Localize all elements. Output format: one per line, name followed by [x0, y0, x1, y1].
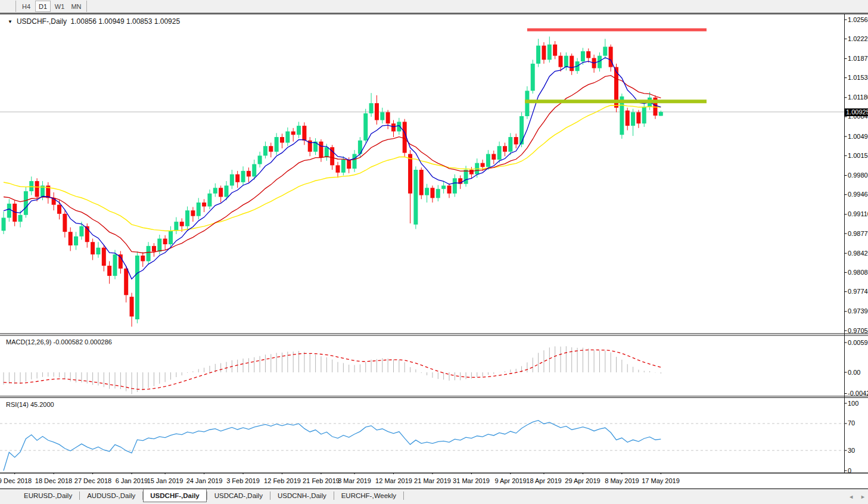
candle	[230, 175, 234, 186]
candle	[341, 160, 346, 173]
rsi-tick-label: 0	[848, 467, 851, 474]
price-tick-label: 1.01870	[848, 55, 868, 62]
candle	[626, 111, 630, 126]
chart-symbol-label: USDCHF-,Daily	[17, 17, 67, 26]
price-tick-label: 1.00490	[848, 133, 868, 140]
chart-surface[interactable]: ▼ USDCHF-,Daily 1.00856 1.00949 1.00853 …	[0, 14, 868, 474]
price-tick-label: 0.98770	[848, 230, 868, 237]
timeframe-button-w1[interactable]: W1	[52, 1, 67, 12]
candle	[447, 186, 452, 194]
candle	[29, 181, 33, 191]
candle	[369, 103, 374, 113]
candle	[363, 113, 368, 140]
candle	[275, 137, 279, 152]
candle	[297, 126, 301, 135]
candle	[285, 132, 290, 143]
candle	[185, 210, 189, 226]
macd-indicator-label: MACD(12,26,9) -0.000582 0.000286	[6, 338, 112, 346]
candle	[559, 56, 563, 67]
candle	[469, 170, 474, 175]
candle	[436, 189, 440, 198]
price-tick-label: 0.99460	[848, 191, 868, 198]
chart-ohlc-values: 1.00856 1.00949 1.00853 1.00925	[67, 17, 180, 26]
candle	[7, 204, 11, 218]
price-tick-label: 1.01530	[848, 74, 868, 81]
chart-tab-usdcnh[interactable]: USDCNH-,Daily	[270, 489, 334, 502]
tab-scroll-left-icon[interactable]: ◄	[848, 494, 854, 500]
candle	[252, 164, 256, 177]
candle	[319, 142, 323, 158]
rsi-tick-label: 30	[848, 447, 855, 454]
macd-tick-label: 0.00597	[848, 339, 868, 346]
chart-tab-usdchf[interactable]: USDCHF-,Daily	[143, 489, 206, 502]
date-tick-label: 29 Apr 2019	[560, 477, 605, 484]
rsi-indicator-label: RSI(14) 45.2000	[6, 401, 54, 408]
candle	[413, 170, 418, 225]
candle	[130, 297, 134, 316]
candle	[141, 256, 145, 261]
candle	[564, 56, 568, 67]
candle	[169, 231, 173, 244]
candle	[91, 242, 95, 254]
candle	[536, 46, 540, 64]
chart-tab-eurchf[interactable]: EURCHF-,Weekly	[334, 489, 403, 502]
candle	[63, 214, 67, 232]
candle	[386, 112, 390, 123]
candle	[107, 266, 111, 276]
chart-canvas[interactable]	[0, 14, 868, 474]
candlestick-series	[2, 36, 663, 326]
date-tick-label: 31 Mar 2019	[449, 477, 494, 484]
price-tick-label: 0.98080	[848, 269, 868, 276]
candle	[213, 188, 217, 193]
candle	[419, 170, 424, 195]
candle	[263, 146, 267, 155]
price-tick-label: 0.97740	[848, 288, 868, 295]
price-tick-label: 0.99110	[848, 210, 868, 217]
candle	[380, 112, 384, 120]
candle	[18, 215, 23, 222]
candle	[258, 155, 262, 164]
candle	[124, 269, 128, 295]
chart-tab-bar: EURUSD-,DailyAUDUSD-,DailyUSDCHF-,DailyU…	[0, 489, 868, 504]
chart-tab-usdcad[interactable]: USDCAD-,Daily	[207, 489, 270, 502]
candle	[180, 222, 184, 226]
chart-tab-eurusd[interactable]: EURUSD-,Daily	[17, 489, 79, 502]
candle	[570, 56, 574, 71]
timeframe-button-h4[interactable]: H4	[18, 1, 34, 12]
tab-scroll-right-icon[interactable]: ►	[860, 494, 866, 500]
candle	[135, 256, 139, 319]
candle	[425, 188, 429, 195]
candle	[207, 194, 211, 207]
candle	[336, 165, 340, 172]
price-tick-label: 0.99800	[848, 172, 868, 179]
timeframe-button-d1[interactable]: D1	[35, 1, 51, 12]
candle	[547, 45, 552, 60]
candle	[531, 64, 535, 91]
candle	[397, 122, 401, 131]
candle	[325, 147, 329, 157]
macd-tick-label: 0.00	[848, 369, 860, 376]
candle	[163, 239, 167, 244]
candle	[197, 203, 201, 216]
timeframe-button-mn[interactable]: MN	[69, 1, 84, 12]
candle	[202, 203, 206, 207]
candle	[609, 46, 613, 67]
timeframe-toolbar: H4D1W1MN	[0, 0, 868, 13]
candle	[636, 112, 640, 123]
candle	[152, 246, 156, 251]
candle	[347, 160, 351, 169]
candle	[503, 146, 507, 151]
candle	[2, 218, 6, 231]
candle	[519, 116, 524, 144]
candle	[157, 239, 161, 252]
chart-tab-audusd[interactable]: AUDUSD-,Daily	[80, 489, 142, 502]
candle	[102, 248, 106, 266]
rsi-tick-label: 70	[848, 419, 855, 427]
date-tick-label: 3 Feb 2019	[220, 477, 266, 484]
candle	[113, 254, 117, 276]
title-dropdown-icon[interactable]: ▼	[8, 19, 13, 24]
price-tick-label: 0.98420	[848, 250, 868, 257]
current-price-badge: 1.00925	[845, 108, 868, 116]
candle	[35, 181, 39, 197]
rsi-line	[4, 421, 661, 471]
